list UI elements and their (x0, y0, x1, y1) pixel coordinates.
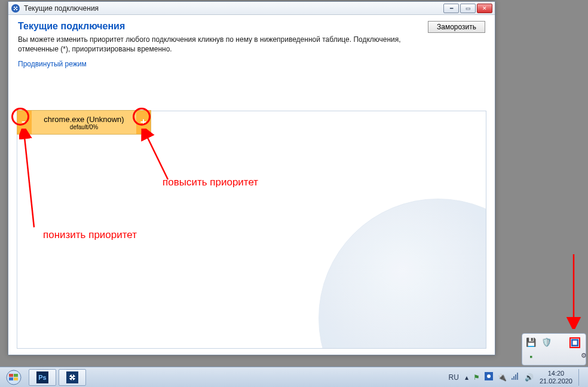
taskbar-app-netlimiter[interactable] (59, 369, 86, 386)
action-center-icon[interactable]: ⚑ (473, 373, 480, 382)
svg-rect-22 (512, 378, 513, 380)
connection-pill: − chrome.exe (Unknown) default/0% + (17, 110, 151, 135)
power-icon[interactable]: 🔌 (498, 373, 507, 382)
increase-priority-button[interactable]: + (136, 111, 151, 134)
svg-rect-17 (72, 379, 73, 382)
svg-point-21 (487, 374, 491, 378)
windows-logo-icon (5, 370, 23, 385)
volume-icon[interactable]: 🔊 (525, 373, 534, 382)
tray-icon-generic4[interactable] (555, 351, 568, 362)
freeze-button[interactable]: Заморозить (428, 21, 485, 33)
svg-rect-25 (517, 373, 518, 380)
tray-app-icon[interactable] (485, 372, 493, 382)
taskbar-clock[interactable]: 14:20 21.02.2020 (540, 370, 572, 384)
svg-rect-2 (15, 5, 16, 8)
annotation-arrow-tray (565, 251, 583, 329)
clock-date: 21.02.2020 (540, 377, 572, 385)
show-desktop-button[interactable] (578, 369, 583, 386)
svg-rect-4 (13, 8, 15, 9)
tray-icon-monitor[interactable]: ▪ (525, 351, 538, 362)
connection-info[interactable]: chrome.exe (Unknown) default/0% (32, 114, 136, 132)
svg-rect-10 (573, 341, 577, 345)
titlebar[interactable]: Текущие подключения ━ ▭ ✕ (8, 2, 495, 15)
close-button[interactable]: ✕ (477, 4, 492, 13)
tray-overflow-popup: 💾 🛡️ ▪ ⚙ (522, 333, 586, 365)
tray-icon-generic3[interactable] (540, 351, 553, 362)
globe-decoration (318, 199, 486, 349)
app-window: Текущие подключения ━ ▭ ✕ Текущие подклю… (8, 1, 495, 355)
clock-time: 14:20 (540, 370, 572, 377)
connection-row[interactable]: − chrome.exe (Unknown) default/0% + (17, 111, 486, 135)
taskbar: Ps RU ▴ ⚑ 🔌 🔊 14:20 21.02.2020 (0, 367, 588, 387)
taskbar-right: RU ▴ ⚑ 🔌 🔊 14:20 21.02.2020 (449, 369, 587, 386)
tray-chevron-up-icon[interactable]: ▴ (465, 373, 468, 382)
svg-rect-16 (72, 373, 73, 376)
svg-rect-3 (15, 9, 16, 11)
connections-panel (17, 111, 486, 349)
svg-rect-19 (74, 377, 76, 378)
tray-icon-generic1[interactable] (555, 336, 568, 348)
tray-icon-netlimiter[interactable] (569, 337, 580, 348)
decrease-priority-button[interactable]: − (17, 111, 32, 134)
network-icon[interactable] (512, 373, 520, 382)
window-title: Текущие подключения (24, 4, 99, 13)
tray-icon-disk[interactable]: 💾 (525, 336, 538, 348)
start-button[interactable] (1, 368, 26, 386)
tray-icon-shield[interactable]: 🛡️ (540, 336, 553, 348)
page-description: Вы можете изменить приоритет любого подк… (18, 35, 428, 54)
connection-name: chrome.exe (Unknown) (34, 115, 134, 124)
language-indicator[interactable]: RU (449, 373, 459, 382)
tray-popup-customize-icon[interactable]: ⚙ (581, 352, 587, 359)
svg-rect-24 (515, 374, 516, 380)
minimize-button[interactable]: ━ (443, 4, 459, 13)
app-icon (11, 4, 20, 13)
svg-text:Ps: Ps (38, 374, 46, 381)
svg-rect-18 (68, 377, 71, 378)
page-title: Текущие подключения (18, 21, 428, 32)
svg-rect-23 (513, 376, 514, 380)
svg-rect-5 (16, 8, 19, 9)
window-content: Текущие подключения Вы можете изменить п… (8, 15, 495, 355)
system-tray: ▴ ⚑ 🔌 🔊 (465, 372, 534, 382)
taskbar-app-photoshop[interactable]: Ps (29, 369, 56, 386)
window-controls: ━ ▭ ✕ (443, 4, 492, 13)
maximize-button[interactable]: ▭ (460, 4, 476, 13)
advanced-mode-link[interactable]: Продвинутый режим (18, 60, 87, 68)
connection-sub: default/0% (34, 124, 134, 130)
